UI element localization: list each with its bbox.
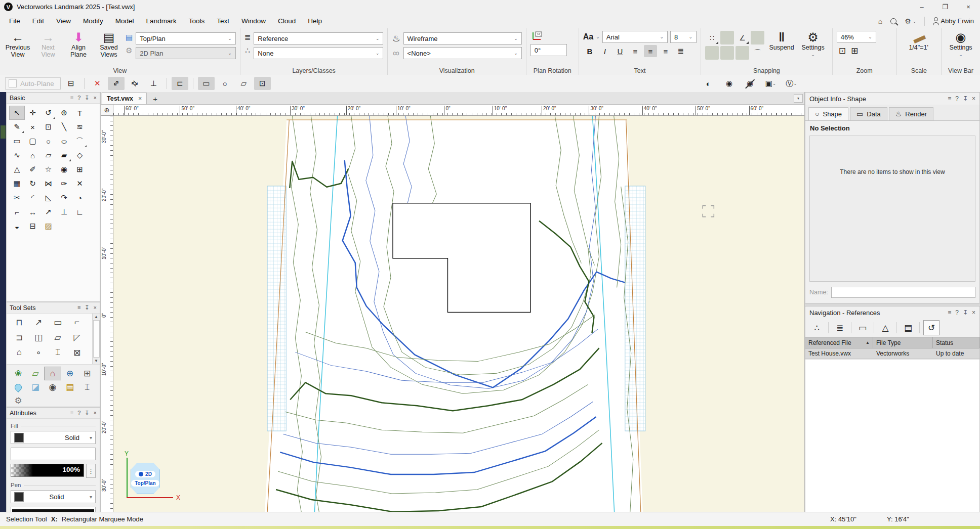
eyedropper-tool[interactable]: ✐ [25, 162, 40, 177]
align-right-button[interactable]: ≡ [659, 45, 672, 57]
slab-tool[interactable]: ▱ [48, 330, 67, 345]
opacity-options-button[interactable]: ⋮ [86, 464, 96, 478]
palette-close-icon[interactable]: × [94, 95, 97, 101]
rotate-tool[interactable]: ↻ [25, 177, 40, 191]
saved-views-button[interactable]: ▤Saved Views [95, 31, 123, 59]
user-account-button[interactable]: Abby Erwin [933, 17, 974, 25]
wall-return-tool[interactable]: ⌐ [67, 315, 87, 330]
wall-tool[interactable]: ▭ [48, 315, 67, 330]
palette-help-icon[interactable]: ? [77, 410, 80, 416]
pen-swatch[interactable] [14, 492, 24, 502]
palette-pin-icon[interactable]: ↧ [85, 95, 89, 101]
render-cube-icon[interactable]: ⚙ [126, 46, 132, 55]
snap-toggle-5[interactable] [720, 46, 734, 60]
machine-design-toolset[interactable]: ⚙ [10, 394, 27, 407]
irrigation-toolset[interactable] [10, 380, 27, 394]
attribute-brush-tool[interactable]: ✑ [56, 177, 72, 191]
fill-color-button[interactable] [11, 448, 96, 460]
menu-item-cloud[interactable]: Cloud [272, 17, 302, 25]
reshape-tool[interactable]: ▦ [9, 177, 25, 191]
home-icon[interactable]: ⌂ [878, 17, 882, 25]
roof-face-tool[interactable]: ◸ [67, 330, 87, 345]
rect-marquee-mode-icon[interactable]: ▭ [198, 77, 215, 90]
settings-gear-icon[interactable]: ⚙⌄ [905, 17, 916, 25]
menu-item-window[interactable]: Window [235, 17, 272, 25]
align-left-button[interactable]: ≡ [629, 45, 642, 57]
panel-menu-icon[interactable]: ≡ [948, 309, 951, 316]
next-view-button[interactable]: →Next View [34, 31, 62, 59]
search-icon[interactable] [890, 18, 896, 24]
marquee-plus-mode-icon[interactable]: ⊡ [254, 77, 271, 90]
constrain-off-icon[interactable]: ✕ [89, 77, 106, 90]
panel-menu-icon[interactable]: ≡ [948, 95, 951, 102]
view-dropdown[interactable]: Top/Plan⌄ [136, 32, 236, 45]
view-bar-settings-button[interactable]: ◉ Settings⌄ [946, 31, 976, 58]
menu-item-landmark[interactable]: Landmark [140, 17, 183, 25]
regular-polygon-tool[interactable]: ◇ [72, 148, 88, 162]
selection-tool[interactable]: ↖ [9, 106, 25, 120]
projection-dropdown[interactable]: <None>⌄ [403, 47, 522, 59]
snap-toggle-7[interactable]: ⌒ [751, 46, 764, 60]
menu-item-model[interactable]: Model [109, 17, 140, 25]
new-tab-button[interactable]: + [153, 95, 157, 104]
minimize-button[interactable]: – [910, 0, 933, 14]
italic-button[interactable]: I [598, 45, 611, 57]
lasso-mode-icon[interactable]: ○ [217, 77, 233, 90]
polyline-tool[interactable]: ▰ [56, 148, 72, 162]
tab-render[interactable]: ♨Render [889, 107, 933, 120]
horizontal-ruler[interactable]: 60'-0"50'-0"40'-0"30'-0"20'-0"10'-0"0"10… [113, 105, 805, 116]
extract-tool[interactable]: ⊡ [40, 120, 56, 134]
auto-plane-toggle[interactable]: Auto-Plane [5, 77, 61, 90]
delete-tool[interactable]: × [25, 120, 40, 134]
palette-menu-icon[interactable]: ≡ [70, 95, 73, 101]
resize-mode-icon[interactable]: ⇕ [108, 77, 125, 90]
bold-button[interactable]: B [583, 45, 596, 57]
stake-object-tool[interactable]: ∘ [29, 345, 48, 360]
snap-toggle-6[interactable] [736, 46, 749, 60]
workbench-tool[interactable]: ⊓ [10, 315, 29, 330]
tab-list-button[interactable]: ▾ [794, 94, 803, 103]
nav-classes-icon[interactable]: ∴ [809, 321, 825, 335]
span-tool[interactable]: ⌶ [48, 345, 67, 360]
protractor-tool[interactable]: ◒ [9, 219, 25, 233]
layers-icon[interactable]: ≣ [244, 33, 251, 42]
nav-layers-icon[interactable]: ≣ [832, 321, 847, 335]
palette-help-icon[interactable]: ? [77, 95, 80, 101]
circle-tool[interactable]: ○ [40, 134, 56, 148]
connections-toolset[interactable]: ⊞ [78, 367, 96, 380]
trim-tool[interactable]: ✕ [72, 177, 88, 191]
menu-item-file[interactable]: File [3, 17, 26, 25]
panel-close-icon[interactable]: × [972, 95, 975, 102]
text-style-icon[interactable]: Aa [583, 32, 593, 41]
previous-view-button[interactable]: ←Previous View [4, 31, 31, 59]
nav-saved-views-icon[interactable]: △ [878, 321, 893, 335]
crossing-tool[interactable]: ⊠ [67, 345, 87, 360]
zoom-dropdown[interactable]: 46%⌄ [837, 31, 876, 43]
close-button[interactable]: × [957, 0, 980, 14]
contrast-icon[interactable]: ◐ [700, 77, 717, 90]
angular-dimension-tool[interactable]: ↗ [40, 205, 56, 219]
fit-objects-icon[interactable]: ⊞ [851, 46, 858, 56]
fillet-tool[interactable]: ◜ [25, 191, 40, 205]
menu-item-text[interactable]: Text [211, 17, 235, 25]
underline-button[interactable]: U [614, 45, 627, 57]
building-shell-toolset[interactable]: ⌂ [44, 367, 61, 380]
pan-tool[interactable]: ✛ [25, 106, 40, 120]
line-tool[interactable]: ╲ [56, 120, 72, 134]
text-tool[interactable]: T [72, 106, 88, 120]
name-input[interactable] [831, 287, 975, 298]
cabinet-tool[interactable]: ◫ [29, 330, 48, 345]
pilaster-tool[interactable]: ⌶ [48, 360, 67, 365]
shell-tool[interactable]: ◔ [72, 191, 88, 205]
drawing-canvas[interactable]: Y X 2D Top/Plan [113, 116, 805, 512]
fit-page-icon[interactable]: ⊡ [839, 46, 846, 56]
classes-icon[interactable]: ∴ [245, 46, 250, 55]
offset-tool[interactable]: ↷ [56, 191, 72, 205]
attribute-mapping-tool[interactable]: ▨ [40, 219, 56, 233]
plan-rotation-input[interactable]: 0° [530, 44, 567, 56]
suspend-snapping-button[interactable]: ‖Suspend [767, 31, 796, 51]
scale-button[interactable]: ▬ 1/4"=1' [901, 31, 936, 51]
freehand-tool[interactable]: ∿ [9, 148, 25, 162]
new-view-pane-icon[interactable]: ▣⌄ [762, 77, 779, 90]
zoom-tool[interactable]: ⊕ [56, 106, 72, 120]
